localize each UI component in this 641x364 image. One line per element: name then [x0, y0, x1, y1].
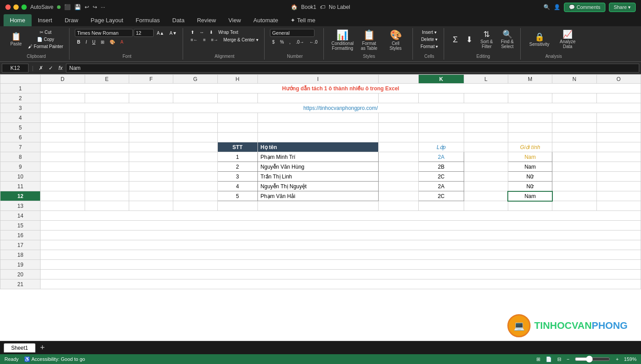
cell-L4[interactable]	[464, 113, 508, 123]
font-size-select[interactable]: 12	[134, 29, 154, 37]
cell-O7[interactable]	[596, 142, 641, 152]
col-header-I[interactable]: I	[257, 75, 378, 84]
row-header-5[interactable]: 5	[0, 123, 41, 133]
cell-G4[interactable]	[173, 113, 217, 123]
sheet-tab-sheet1[interactable]: Sheet1	[4, 343, 36, 352]
cell-M6[interactable]	[508, 133, 552, 142]
cell-H9[interactable]: 2	[217, 162, 257, 172]
cell-H8[interactable]: 1	[217, 152, 257, 162]
cell-N9[interactable]	[552, 162, 596, 172]
number-format-select[interactable]: General	[270, 29, 314, 37]
cell-I2[interactable]	[257, 93, 378, 103]
cell-F6[interactable]	[129, 133, 173, 142]
cell-H12[interactable]: 5	[217, 191, 257, 201]
border-button[interactable]: ⊞	[98, 39, 106, 45]
cell-I6[interactable]	[257, 133, 378, 142]
view-normal-icon[interactable]: ⊞	[536, 356, 540, 362]
comma-button[interactable]: ,	[287, 39, 293, 45]
cell-K10[interactable]: 2C	[419, 172, 464, 182]
insert-function-icon[interactable]: fx	[57, 65, 64, 71]
find-select-button[interactable]: 🔍 Find &Select	[498, 29, 517, 50]
cell-N7[interactable]	[552, 142, 596, 152]
cell-M12-selected[interactable]: Nam	[508, 191, 552, 201]
row-header-16[interactable]: 16	[0, 231, 41, 240]
cell-N10[interactable]	[552, 172, 596, 182]
cell-E9[interactable]	[85, 162, 129, 172]
cell-L5[interactable]	[464, 123, 508, 133]
row-header-10[interactable]: 10	[0, 172, 41, 182]
col-header-M[interactable]: M	[508, 75, 552, 84]
row-header-11[interactable]: 11	[0, 182, 41, 191]
format-button[interactable]: Format ▾	[418, 43, 440, 50]
conditional-formatting-button[interactable]: 📊 ConditionalFormatting	[329, 29, 356, 52]
cell-L13[interactable]	[464, 201, 508, 211]
minimize-btn[interactable]	[13, 4, 19, 10]
format-painter-button[interactable]: 🖌 Format Painter	[26, 43, 65, 50]
analyze-data-button[interactable]: 📈 Analyze Data	[554, 29, 581, 50]
delete-button[interactable]: Delete ▾	[418, 36, 440, 43]
cell-M2[interactable]	[508, 93, 552, 103]
profile-icon[interactable]: 👤	[554, 4, 560, 10]
cell-L7[interactable]	[464, 142, 508, 152]
cell-H13[interactable]	[217, 201, 257, 211]
cell-O13[interactable]	[596, 201, 641, 211]
cell-M10[interactable]: Nữ	[508, 172, 552, 182]
toolbar-undo-arrow[interactable]: ↩	[85, 4, 89, 10]
tab-view[interactable]: View	[222, 14, 247, 26]
col-header-L[interactable]: L	[464, 75, 508, 84]
col-header-K[interactable]: K	[419, 75, 464, 84]
cell-E7[interactable]	[85, 142, 129, 152]
row-header-6[interactable]: 6	[0, 133, 41, 142]
cell-F2[interactable]	[129, 93, 173, 103]
cell-K11[interactable]: 2A	[419, 182, 464, 191]
toolbar-save-icon[interactable]: 💾	[74, 4, 81, 10]
tab-automate[interactable]: Automate	[247, 14, 285, 26]
cell-N12[interactable]	[552, 191, 596, 201]
maximize-btn[interactable]	[21, 4, 27, 10]
cell-O6[interactable]	[596, 133, 641, 142]
cell-D5[interactable]	[41, 123, 85, 133]
cell-J10[interactable]	[378, 172, 418, 182]
cell-G12[interactable]	[173, 191, 217, 201]
cell-styles-button[interactable]: 🎨 Cell Styles	[382, 29, 409, 52]
wrap-text-button[interactable]: Wrap Text	[216, 29, 241, 36]
cell-I13[interactable]	[257, 201, 378, 211]
cell-N11[interactable]	[552, 182, 596, 191]
cell-L11[interactable]	[464, 182, 508, 191]
cell-E2[interactable]	[85, 93, 129, 103]
tab-tell-me[interactable]: ✦ Tell me	[284, 14, 322, 26]
cell-N6[interactable]	[552, 133, 596, 142]
cell-D7[interactable]	[41, 142, 85, 152]
cell-E13[interactable]	[85, 201, 129, 211]
align-right-button[interactable]: ≡→	[209, 36, 220, 43]
cell-K7-lop[interactable]: Lớp	[419, 142, 464, 152]
increase-font-button[interactable]: A▲	[155, 30, 167, 36]
percent-button[interactable]: %	[278, 39, 286, 45]
tab-formulas[interactable]: Formulas	[130, 14, 166, 26]
cell-K6[interactable]	[419, 133, 464, 142]
insert-button[interactable]: Insert ▾	[418, 29, 440, 36]
toolbar-redo-arrow[interactable]: ↪	[93, 4, 97, 10]
tab-insert[interactable]: Insert	[32, 14, 59, 26]
view-pagebreak-icon[interactable]: ⊟	[557, 356, 561, 362]
cell-N4[interactable]	[552, 113, 596, 123]
align-center-button[interactable]: ≡	[201, 36, 208, 43]
cell-M9[interactable]: Nam	[508, 162, 552, 172]
tab-data[interactable]: Data	[166, 14, 191, 26]
close-btn[interactable]	[5, 4, 11, 10]
cell-D6[interactable]	[41, 133, 85, 142]
cell-J11[interactable]	[378, 182, 418, 191]
cell-F12[interactable]	[129, 191, 173, 201]
cell-G11[interactable]	[173, 182, 217, 191]
cell-K12[interactable]: 2C	[419, 191, 464, 201]
share-button[interactable]: Share ▾	[609, 3, 636, 12]
col-header-E[interactable]: E	[85, 75, 129, 84]
cell-D10[interactable]	[41, 172, 85, 182]
cell-N5[interactable]	[552, 123, 596, 133]
cell-L9[interactable]	[464, 162, 508, 172]
cell-D13[interactable]	[41, 201, 85, 211]
col-header-N[interactable]: N	[552, 75, 596, 84]
cell-E5[interactable]	[85, 123, 129, 133]
cell-O8[interactable]	[596, 152, 641, 162]
cell-O4[interactable]	[596, 113, 641, 123]
